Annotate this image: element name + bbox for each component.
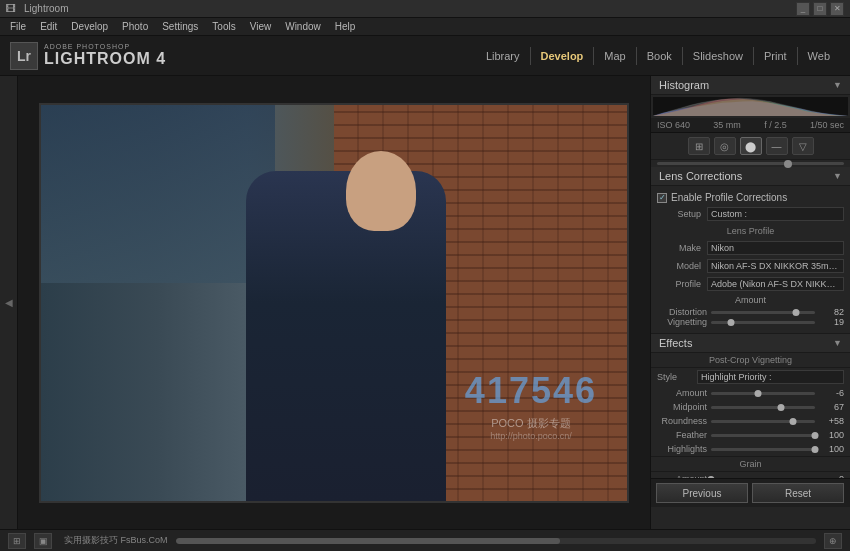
effect-amount-row: Amount -6 bbox=[651, 386, 850, 400]
person-head bbox=[346, 151, 416, 231]
photo-background: 417546 POCO 摄影专题 http://photo.poco.cn/ bbox=[41, 105, 627, 501]
watermark-number: 417546 bbox=[465, 370, 597, 412]
profile-value[interactable]: Adobe (Nikon AF-S DX NIKKO... bbox=[707, 277, 844, 291]
setup-value[interactable]: Custom : bbox=[707, 207, 844, 221]
model-row: Model Nikon AF-S DX NIKKOR 35mm... bbox=[651, 257, 850, 275]
tool-spot[interactable]: ◎ bbox=[714, 137, 736, 155]
tab-library[interactable]: Library bbox=[476, 47, 530, 65]
roundness-value: +58 bbox=[819, 416, 844, 426]
effect-amount-slider[interactable] bbox=[711, 392, 815, 395]
tool-brush[interactable]: — bbox=[766, 137, 788, 155]
model-label: Model bbox=[657, 261, 707, 271]
feather-slider[interactable] bbox=[711, 434, 815, 437]
midpoint-thumb bbox=[777, 404, 784, 411]
title-bar: 🎞 Lightroom _ □ ✕ bbox=[0, 0, 850, 18]
make-row: Make Nikon bbox=[651, 239, 850, 257]
amount-title: Amount bbox=[657, 295, 844, 305]
tab-map[interactable]: Map bbox=[593, 47, 635, 65]
tab-book[interactable]: Book bbox=[636, 47, 682, 65]
menu-edit[interactable]: Edit bbox=[34, 20, 63, 33]
vignetting-sub-title: Post-Crop Vignetting bbox=[651, 353, 850, 368]
menu-settings[interactable]: Settings bbox=[156, 20, 204, 33]
distortion-value: 82 bbox=[819, 307, 844, 317]
tab-develop[interactable]: Develop bbox=[530, 47, 594, 65]
toolbar-loupe-btn[interactable]: ▣ bbox=[34, 533, 52, 549]
toolbar-grid-btn[interactable]: ⊞ bbox=[8, 533, 26, 549]
menu-help[interactable]: Help bbox=[329, 20, 362, 33]
profile-row: Profile Adobe (Nikon AF-S DX NIKKO... bbox=[651, 275, 850, 293]
enable-profile-row: ✓ Enable Profile Corrections bbox=[651, 190, 850, 205]
menu-tools[interactable]: Tools bbox=[206, 20, 241, 33]
lens-profile-title: Lens Profile bbox=[651, 223, 850, 239]
feather-row: Feather 100 bbox=[651, 428, 850, 442]
vignetting-slider[interactable] bbox=[711, 321, 815, 324]
histogram-header[interactable]: Histogram ▼ bbox=[651, 76, 850, 95]
effect-amount-thumb bbox=[754, 390, 761, 397]
vignetting-value: 19 bbox=[819, 317, 844, 327]
effects-arrow: ▼ bbox=[833, 338, 842, 348]
left-panel[interactable]: ◀ bbox=[0, 76, 18, 529]
effect-amount-label: Amount bbox=[657, 388, 707, 398]
lens-correction-header[interactable]: Lens Corrections ▼ bbox=[651, 167, 850, 186]
roundness-thumb bbox=[790, 418, 797, 425]
main-content: ◀ 417546 POCO 摄影专题 http://photo.poco.cn/ bbox=[0, 76, 850, 529]
lens-correction-title: Lens Corrections bbox=[659, 170, 742, 182]
reset-button[interactable]: Reset bbox=[752, 483, 844, 503]
maximize-button[interactable]: □ bbox=[813, 2, 827, 16]
sky-area bbox=[41, 105, 275, 283]
roundness-label: Roundness bbox=[657, 416, 707, 426]
photo-container: 417546 POCO 摄影专题 http://photo.poco.cn/ bbox=[39, 103, 629, 503]
distortion-slider[interactable] bbox=[711, 311, 815, 314]
menu-window[interactable]: Window bbox=[279, 20, 327, 33]
enable-profile-checkbox[interactable]: ✓ bbox=[657, 193, 667, 203]
tab-print[interactable]: Print bbox=[753, 47, 797, 65]
toolbar-zoom-btn[interactable]: ⊕ bbox=[824, 533, 842, 549]
style-value[interactable]: Highlight Priority : bbox=[697, 370, 844, 384]
style-row: Style Highlight Priority : bbox=[651, 368, 850, 386]
distortion-label: Distortion bbox=[657, 307, 707, 317]
tool-gradient[interactable]: ▽ bbox=[792, 137, 814, 155]
feather-value: 100 bbox=[819, 430, 844, 440]
app-icon: 🎞 bbox=[6, 3, 16, 14]
menu-view[interactable]: View bbox=[244, 20, 278, 33]
midpoint-slider[interactable] bbox=[711, 406, 815, 409]
tool-slider[interactable] bbox=[657, 162, 844, 165]
tool-row: ⊞ ◎ ⬤ — ▽ bbox=[651, 133, 850, 160]
tool-redeye[interactable]: ⬤ bbox=[740, 137, 762, 155]
effect-amount-value: -6 bbox=[819, 388, 844, 398]
roundness-row: Roundness +58 bbox=[651, 414, 850, 428]
header: Lr ADOBE PHOTOSHOP LIGHTROOM 4 Library D… bbox=[0, 36, 850, 76]
midpoint-label: Midpoint bbox=[657, 402, 707, 412]
tool-crop[interactable]: ⊞ bbox=[688, 137, 710, 155]
bottom-toolbar: ⊞ ▣ 实用摄影技巧 FsBus.CoM ⊕ bbox=[0, 529, 850, 551]
photo-area: 417546 POCO 摄影专题 http://photo.poco.cn/ bbox=[18, 76, 650, 529]
highlights-thumb bbox=[812, 446, 819, 453]
minimize-button[interactable]: _ bbox=[796, 2, 810, 16]
roundness-slider[interactable] bbox=[711, 420, 815, 423]
stat-shutter: 1/50 sec bbox=[810, 120, 844, 130]
watermark-poco: POCO 摄影专题 bbox=[465, 416, 597, 431]
logo-lr: Lr bbox=[10, 42, 38, 70]
tab-slideshow[interactable]: Slideshow bbox=[682, 47, 753, 65]
distortion-thumb bbox=[793, 309, 800, 316]
menu-file[interactable]: File bbox=[4, 20, 32, 33]
stat-aperture: f / 2.5 bbox=[764, 120, 787, 130]
logo-text: ADOBE PHOTOSHOP LIGHTROOM 4 bbox=[44, 43, 166, 68]
highlights-slider[interactable] bbox=[711, 448, 815, 451]
previous-button[interactable]: Previous bbox=[656, 483, 748, 503]
setup-label: Setup bbox=[657, 209, 707, 219]
menu-develop[interactable]: Develop bbox=[65, 20, 114, 33]
progress-bar-area bbox=[176, 538, 816, 544]
make-value[interactable]: Nikon bbox=[707, 241, 844, 255]
tool-slider-row bbox=[651, 160, 850, 167]
effects-header[interactable]: Effects ▼ bbox=[651, 334, 850, 353]
model-value[interactable]: Nikon AF-S DX NIKKOR 35mm... bbox=[707, 259, 844, 273]
midpoint-value: 67 bbox=[819, 402, 844, 412]
left-panel-arrow: ◀ bbox=[3, 297, 14, 308]
close-button[interactable]: ✕ bbox=[830, 2, 844, 16]
tab-web[interactable]: Web bbox=[797, 47, 840, 65]
effects-title: Effects bbox=[659, 337, 692, 349]
stat-iso: ISO 640 bbox=[657, 120, 690, 130]
menu-photo[interactable]: Photo bbox=[116, 20, 154, 33]
watermark-url: http://photo.poco.cn/ bbox=[465, 431, 597, 441]
